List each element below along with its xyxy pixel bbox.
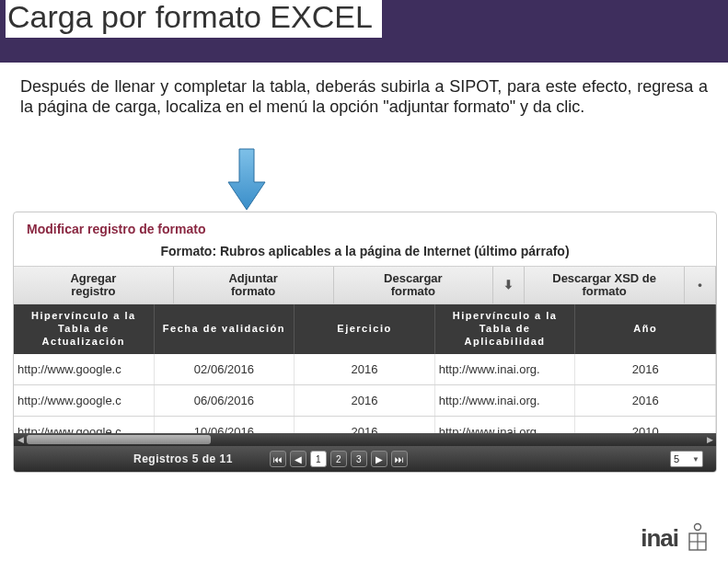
cell-link-applicability: http://www.inai.org.: [435, 385, 576, 416]
chevron-down-icon: ▼: [692, 455, 699, 464]
col-header-year-exercise: Ejercicio: [295, 304, 435, 354]
cell-link-update: http://www.google.c: [14, 385, 155, 416]
pager-status-label: Registros 5 de 11: [133, 452, 233, 465]
sipot-screenshot-panel: Modificar registro de formato Formato: R…: [13, 212, 717, 473]
col-header-validation-date: Fecha de validación: [155, 304, 295, 354]
download-xsd-button[interactable]: Descargar XSD de formato: [525, 267, 685, 303]
page-size-value: 5: [674, 453, 679, 464]
page-size-select[interactable]: 5 ▼: [670, 451, 703, 467]
attach-format-button[interactable]: Adjuntar formato: [174, 267, 334, 303]
more-menu-icon[interactable]: •: [685, 267, 716, 303]
col-header-link-applicability: Hipervínculo a la Tabla de Aplicabilidad: [435, 304, 576, 354]
download-icon[interactable]: ⬇: [493, 267, 525, 303]
cell-exercise: 2016: [295, 354, 435, 384]
pager-last-button[interactable]: ⏭: [391, 451, 408, 467]
intro-text: Después de llenar y completar la tabla, …: [0, 63, 728, 122]
pager-next-button[interactable]: ▶: [371, 451, 387, 467]
horizontal-scrollbar[interactable]: ◀ ▶: [14, 433, 716, 446]
inai-logo: inai: [641, 522, 711, 554]
logo-icon: [684, 522, 711, 554]
cell-year: 2016: [575, 385, 716, 416]
cell-year: 2016: [575, 354, 716, 384]
download-format-button[interactable]: Descargar formato: [334, 267, 494, 303]
cell-validation-date: 02/06/2016: [155, 354, 295, 384]
scroll-right-icon[interactable]: ▶: [703, 433, 716, 446]
pager-page-2[interactable]: 2: [330, 451, 347, 467]
cell-exercise: 2016: [295, 385, 435, 416]
page-title: Carga por formato EXCEL: [6, 0, 382, 38]
scroll-left-icon[interactable]: ◀: [14, 433, 27, 446]
pager-bar: Registros 5 de 11 ⏮ ◀ 1 2 3 ▶ ⏭ 5 ▼: [14, 446, 716, 472]
pager-first-button[interactable]: ⏮: [270, 451, 286, 467]
panel-heading: Modificar registro de formato: [14, 212, 716, 242]
cell-validation-date: 06/06/2016: [155, 385, 295, 416]
add-record-button[interactable]: Agregar registro: [14, 267, 174, 303]
table-row[interactable]: http://www.google.c 06/06/2016 2016 http…: [14, 385, 716, 417]
pager-page-3[interactable]: 3: [351, 451, 367, 467]
table-row[interactable]: http://www.google.c 02/06/2016 2016 http…: [14, 354, 716, 385]
format-subtitle: Formato: Rubros aplicables a la página d…: [14, 242, 716, 266]
scroll-thumb[interactable]: [27, 435, 211, 444]
cell-link-update: http://www.google.c: [14, 354, 155, 384]
pager-prev-button[interactable]: ◀: [290, 451, 306, 467]
col-header-year: Año: [575, 304, 716, 354]
title-band: Carga por formato EXCEL: [0, 0, 728, 63]
logo-text: inai: [641, 524, 678, 553]
action-toolbar: Agregar registro Adjuntar formato Descar…: [14, 266, 716, 304]
pointer-arrow-icon: [225, 147, 269, 217]
col-header-link-update: Hipervínculo a la Tabla de Actualización: [14, 304, 155, 354]
cell-link-applicability: http://www.inai.org.: [435, 354, 576, 384]
svg-point-0: [695, 524, 701, 531]
pager-page-1[interactable]: 1: [310, 451, 327, 467]
table-header-row: Hipervínculo a la Tabla de Actualización…: [14, 304, 716, 354]
pager-buttons: ⏮ ◀ 1 2 3 ▶ ⏭: [270, 451, 408, 467]
